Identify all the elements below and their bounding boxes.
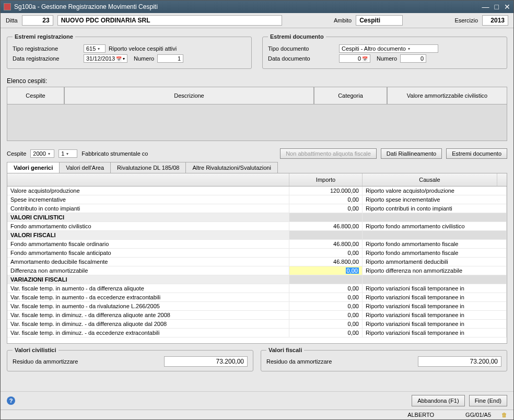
cespite-code-select[interactable]: 2000 <box>30 149 54 158</box>
grid-cell-causale[interactable]: Riporto variazioni fiscali temporanee in <box>363 293 507 301</box>
grid-cell-importo[interactable]: 46.800,00 <box>289 258 363 266</box>
cespite-label: Cespite <box>7 150 26 157</box>
grid-cell-importo[interactable] <box>289 275 363 284</box>
grid-cell-importo[interactable]: 0,00 <box>289 284 363 293</box>
grid-cell-desc: Var. fiscale temp. in aumento - da rival… <box>7 302 289 310</box>
grid-cell-causale[interactable]: Riporto ammortamenti deducibili <box>363 258 507 266</box>
grid-cell-importo[interactable]: 120.000,00 <box>289 186 363 195</box>
table-row[interactable]: Fondo ammortamento fiscale ordinario46.8… <box>7 240 507 249</box>
grid-cell-causale[interactable]: Riporto fondo ammortamento fiscale <box>363 249 507 257</box>
table-row[interactable]: VALORI FISCALI <box>7 231 507 240</box>
grid-cell-causale[interactable]: Riporto differenza non ammortizzabile <box>363 266 507 275</box>
abbandona-button[interactable]: Abbandona (F1) <box>412 395 465 406</box>
grid-cell-importo[interactable]: 0,00 <box>289 329 363 337</box>
minimize-icon[interactable]: — <box>482 3 489 11</box>
grid-cell-importo[interactable] <box>289 213 363 221</box>
numero-reg-label: Numero <box>134 55 154 62</box>
table-row[interactable]: Valore acquisto/produzione120.000,00Ripo… <box>7 186 507 195</box>
table-row[interactable]: Contributo in conto impianti0,00Riporto … <box>7 204 507 213</box>
tab-altre-rivalutazioni[interactable]: Altre Rivalutazioni/Svalutazioni <box>185 162 277 173</box>
tab-valori-area[interactable]: Valori dell'Area <box>59 162 111 173</box>
grid-cell-desc: Fondo ammortamento fiscale ordinario <box>7 240 289 248</box>
elenco-col-descrizione: Descrizione <box>64 87 314 104</box>
grid-cell-causale[interactable]: Riporto fondo ammortamento civilistico <box>363 222 507 230</box>
table-row[interactable]: Var. fiscale temp. in diminuz. - da ecce… <box>7 329 507 337</box>
grid-cell-causale[interactable]: Riporto variazioni fiscali temporanee in <box>363 320 507 328</box>
table-row[interactable]: Spese incrementative0,00Riporto spese in… <box>7 195 507 204</box>
grid-cell-desc: Contributo in conto impianti <box>7 204 289 213</box>
grid-cell-causale[interactable]: Riporto variazioni fiscali temporanee in <box>363 329 507 337</box>
grid-cell-importo[interactable]: 0,00 <box>289 293 363 301</box>
maximize-icon[interactable]: □ <box>495 3 499 11</box>
tipo-documento-select[interactable]: Cespiti - Altro documento <box>339 44 438 53</box>
trash-icon[interactable]: 🗑 <box>501 412 507 418</box>
tipo-registrazione-label: Tipo registrazione <box>13 45 80 52</box>
fine-button[interactable]: Fine (End) <box>469 395 507 406</box>
table-row[interactable]: Var. fiscale temp. in aumento - da diffe… <box>7 284 507 293</box>
close-icon[interactable]: ✕ <box>504 3 510 11</box>
tab-rivalutazione[interactable]: Rivalutazione DL 185/08 <box>110 162 186 173</box>
numero-reg-input[interactable]: 1 <box>157 54 183 63</box>
tipo-registrazione-select[interactable]: 615 <box>84 44 106 53</box>
valori-civilistici-legend: Valori civilistici <box>13 347 59 353</box>
grid-cell-causale[interactable]: Riporto fondo ammortamento fiscale <box>363 240 507 248</box>
valori-fiscali-group: Valori fiscali Residuo da ammortizzare 7… <box>261 347 507 371</box>
estremi-registrazione-group: Estremi registrazione Tipo registrazione… <box>7 33 252 69</box>
grid-cell-importo[interactable]: 0,00 <box>289 204 363 213</box>
grid-cell-desc: Var. fiscale temp. in aumento - da ecced… <box>7 293 289 301</box>
grid-cell-causale[interactable] <box>363 275 507 284</box>
grid-body[interactable]: Valore acquisto/produzione120.000,00Ripo… <box>7 186 507 343</box>
table-row[interactable]: Var. fiscale temp. in aumento - da ecced… <box>7 293 507 302</box>
statusbar-user: ALBERTO <box>407 412 434 418</box>
grid-col-desc <box>7 173 289 186</box>
data-registrazione-input[interactable]: 31/12/2013▾ <box>84 54 127 63</box>
table-row[interactable]: Fondo ammortamento fiscale anticipato0,0… <box>7 249 507 258</box>
non-abbattimento-button: Non abbattimento aliquota fiscale <box>280 148 377 159</box>
calendar-icon[interactable] <box>361 55 368 62</box>
calendar-icon[interactable] <box>115 55 122 62</box>
estremi-documento-button[interactable]: Estremi documento <box>446 148 507 159</box>
esercizio-value: 2013 <box>482 15 508 26</box>
grid-cell-importo[interactable]: 0,00 <box>289 302 363 310</box>
grid-cell-causale[interactable]: Riporto valore acquisto/produzione <box>363 186 507 195</box>
table-row[interactable]: Var. fiscale temp. in diminuz. - da diff… <box>7 311 507 320</box>
grid-cell-causale[interactable] <box>363 213 507 221</box>
table-row[interactable]: Ammortamento deducibile fiscalmente46.80… <box>7 258 507 266</box>
statusbar: ALBERTO GG/01/A5 🗑 <box>1 410 513 419</box>
table-row[interactable]: Var. fiscale temp. in diminuz. - da diff… <box>7 320 507 329</box>
elenco-cespiti-body[interactable] <box>7 104 507 141</box>
dati-riallineamento-button[interactable]: Dati Riallineamento <box>381 148 442 159</box>
residuo-civ-value: 73.200,00 <box>164 356 248 367</box>
data-documento-input[interactable]: 0 <box>339 54 370 63</box>
tab-valori-generici[interactable]: Valori generici <box>7 162 60 173</box>
table-row[interactable]: Var. fiscale temp. in aumento - da rival… <box>7 302 507 311</box>
valori-civilistici-group: Valori civilistici Residuo da ammortizza… <box>7 347 253 371</box>
table-row[interactable]: Fondo ammortamento civilistico46.800,00R… <box>7 222 507 231</box>
data-documento-label: Data documento <box>268 55 336 62</box>
grid-cell-importo[interactable]: 0,00 <box>289 266 363 275</box>
grid-cell-importo[interactable]: 0,00 <box>289 320 363 328</box>
grid-cell-causale[interactable]: Riporto variazioni fiscali temporanee in <box>363 302 507 310</box>
grid-cell-importo[interactable]: 0,00 <box>289 195 363 204</box>
numero-doc-input[interactable]: 0 <box>400 54 426 63</box>
grid-cell-importo[interactable]: 0,00 <box>289 249 363 257</box>
grid-cell-causale[interactable]: Riporto variazioni fiscali temporanee in <box>363 284 507 293</box>
grid-cell-importo[interactable]: 46.800,00 <box>289 240 363 248</box>
help-icon[interactable]: ? <box>7 396 15 405</box>
elenco-col-categoria: Categoria <box>314 87 387 104</box>
grid-cell-importo[interactable]: 0,00 <box>289 311 363 319</box>
ambito-label: Ambito <box>334 17 352 24</box>
company-name: NUOVO PDC ORDINARIA SRL <box>57 15 282 26</box>
grid-cell-causale[interactable]: Riporto spese incrementative <box>363 195 507 204</box>
grid-cell-causale[interactable] <box>363 231 507 239</box>
table-row[interactable]: VALORI CIVILISTICI <box>7 213 507 222</box>
grid-cell-importo[interactable]: 46.800,00 <box>289 222 363 230</box>
header-bar: Ditta 23 NUOVO PDC ORDINARIA SRL Ambito … <box>1 13 513 28</box>
grid-cell-importo[interactable] <box>289 231 363 239</box>
grid-cell-causale[interactable]: Riporto contributi in conto impianti <box>363 204 507 213</box>
cespite-seq-select[interactable]: 1 <box>59 149 77 158</box>
table-row[interactable]: Differenza non ammortizzabile0,00Riporto… <box>7 266 507 275</box>
elenco-cespiti-header: Cespite Descrizione Categoria Valore amm… <box>7 87 507 104</box>
grid-cell-causale[interactable]: Riporto variazioni fiscali temporanee in <box>363 311 507 319</box>
table-row[interactable]: VARIAZIONI FISCALI <box>7 275 507 284</box>
